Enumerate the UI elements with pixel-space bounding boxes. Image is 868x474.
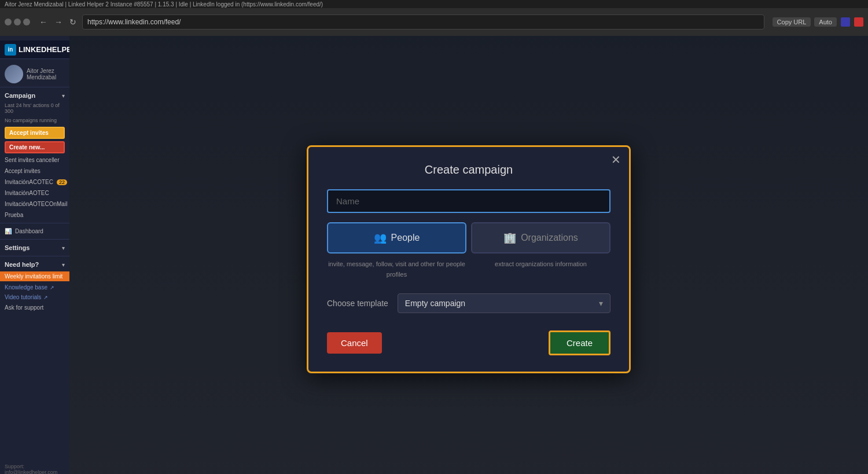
sidebar-item-aotec-mail-label: InvitaciónAOTECOnMail (5, 201, 67, 207)
choose-template-label: Choose template (327, 299, 388, 308)
settings-label: Settings (5, 244, 30, 251)
template-dropdown-arrow: ▾ (599, 299, 603, 308)
template-row: Choose template Empty campaign ▾ (327, 293, 610, 313)
sidebar-item-accept-invites-2[interactable]: Accept invites (0, 166, 69, 177)
sidebar-item-knowledge-label: Knowledge base (5, 284, 47, 291)
modal-overlay: ✕ Create campaign 👥 People 🏢 Organizatio… (69, 36, 868, 474)
icon-btn-1[interactable] (841, 17, 850, 27)
campaign-type-buttons: 👥 People 🏢 Organizations (327, 222, 610, 253)
app-logo: in LINKEDHELPER2 (5, 44, 69, 56)
sidebar-item-sent-invites-label: Sent invites canceller (5, 157, 60, 163)
sidebar-item-weekly[interactable]: Weekly invitations limit (0, 271, 69, 281)
sidebar-item-acotec-label: InvitaciónACOTEC (5, 179, 53, 185)
cancel-button[interactable]: Cancel (327, 332, 382, 354)
people-type-button[interactable]: 👥 People (327, 222, 466, 253)
organizations-desc-text: extract organizations information (495, 260, 587, 267)
sidebar-item-ask-support-label: Ask for support (5, 304, 43, 311)
settings-arrow: ▾ (62, 245, 65, 251)
campaign-label: Campaign (5, 92, 35, 99)
sidebar-item-prueba[interactable]: Prueba (0, 210, 69, 221)
sidebar-item-prueba-label: Prueba (5, 212, 23, 218)
sidebar-divider-3 (0, 256, 69, 256)
sidebar-stats-line1: Last 24 hrs' actions 0 of 300 (0, 101, 69, 116)
avatar (5, 65, 23, 83)
icon-btn-2[interactable] (854, 17, 863, 27)
external-link-icon: ↗ (50, 285, 54, 291)
auto-btn[interactable]: Auto (814, 17, 837, 27)
organizations-description: extract organizations information (471, 258, 610, 280)
browser-title-bar: Aitor Jerez Mendizabal | Linked Helper 2… (0, 0, 868, 8)
sidebar: in LINKEDHELPER2 Aitor Jerez Mendizabal … (0, 36, 69, 474)
help-section[interactable]: Need help? ▾ (0, 259, 69, 270)
campaign-section-header[interactable]: Campaign ▾ (0, 90, 69, 101)
campaign-name-input[interactable] (327, 189, 610, 213)
help-arrow: ▾ (62, 262, 65, 268)
people-description: invite, message, follow, visit and other… (327, 258, 466, 280)
sidebar-user: Aitor Jerez Mendizabal (0, 61, 69, 87)
sidebar-item-sent-invites[interactable]: Sent invites canceller (0, 155, 69, 166)
minimize-btn[interactable] (5, 19, 12, 25)
sidebar-item-aotec-label: InvitaciónAOTEC (5, 190, 49, 196)
dashboard-icon: 📊 (5, 228, 12, 234)
people-desc-text: invite, message, follow, visit and other… (328, 260, 465, 278)
app-layout: in LINKEDHELPER2 Aitor Jerez Mendizabal … (0, 36, 868, 474)
modal-footer: Cancel Create (327, 330, 610, 355)
organizations-type-button[interactable]: 🏢 Organizations (471, 222, 610, 253)
organizations-icon: 🏢 (503, 232, 516, 244)
create-campaign-modal: ✕ Create campaign 👥 People 🏢 Organizatio… (307, 145, 631, 373)
close-btn[interactable] (23, 19, 30, 25)
external-link-icon-2: ↗ (43, 295, 48, 300)
sidebar-divider-2 (0, 239, 69, 240)
help-label: Need help? (5, 261, 39, 268)
people-icon: 👥 (374, 232, 387, 244)
sidebar-support-email: Support: info@linkedhelper.com (0, 461, 69, 474)
refresh-btn[interactable]: ↻ (67, 16, 79, 28)
copy-url-btn[interactable]: Copy URL (773, 17, 811, 27)
browser-title-text: Aitor Jerez Mendizabal | Linked Helper 2… (5, 1, 323, 8)
modal-title: Create campaign (327, 163, 610, 177)
sidebar-item-aotec-mail[interactable]: InvitaciónAOTECOnMail (0, 199, 69, 210)
sidebar-item-dashboard-label: Dashboard (15, 228, 43, 234)
template-select[interactable]: Empty campaign ▾ (398, 293, 610, 313)
sidebar-topbar: in LINKEDHELPER2 (0, 41, 69, 59)
logo-icon: in (5, 44, 16, 56)
main-content: ✕ Create campaign 👥 People 🏢 Organizatio… (69, 36, 868, 474)
sidebar-item-create-new[interactable]: Create new... (5, 141, 65, 153)
sidebar-item-knowledge[interactable]: Knowledge base ↗ (0, 282, 69, 292)
sidebar-item-videos-label: Video tutorials (5, 294, 41, 300)
sidebar-item-aotec[interactable]: InvitaciónAOTEC (0, 188, 69, 199)
window-controls (5, 19, 30, 25)
sidebar-divider-1 (0, 223, 69, 223)
modal-close-button[interactable]: ✕ (611, 154, 621, 166)
sidebar-item-ask-support[interactable]: Ask for support (0, 302, 69, 313)
sidebar-item-accept-invites-2-label: Accept invites (5, 168, 41, 174)
browser-nav: ← → ↻ (37, 16, 79, 28)
create-button[interactable]: Create (549, 330, 610, 355)
sidebar-stats-line2: No campaigns running (0, 116, 69, 126)
sidebar-item-acotec[interactable]: InvitaciónACOTEC 22 (0, 177, 69, 188)
sidebar-item-videos[interactable]: Video tutorials ↗ (0, 292, 69, 302)
sidebar-badge-acotec: 22 (57, 179, 67, 185)
type-descriptions: invite, message, follow, visit and other… (327, 258, 610, 280)
browser-chrome: ← → ↻ https://www.linkedin.com/feed/ Cop… (0, 8, 868, 36)
forward-arrow[interactable]: → (52, 16, 65, 28)
template-value: Empty campaign (405, 299, 465, 308)
user-name: Aitor Jerez Mendizabal (27, 68, 65, 80)
campaign-arrow: ▾ (62, 93, 65, 99)
sidebar-item-accept-invites[interactable]: Accept invites (5, 127, 65, 139)
address-bar[interactable]: https://www.linkedin.com/feed/ (82, 14, 764, 30)
browser-actions: Copy URL Auto (773, 17, 863, 27)
people-label: People (391, 233, 420, 243)
back-arrow[interactable]: ← (37, 16, 50, 28)
sidebar-item-dashboard[interactable]: 📊 Dashboard (0, 226, 69, 237)
maximize-btn[interactable] (14, 19, 21, 25)
organizations-label: Organizations (521, 233, 578, 243)
settings-section[interactable]: Settings ▾ (0, 242, 69, 253)
